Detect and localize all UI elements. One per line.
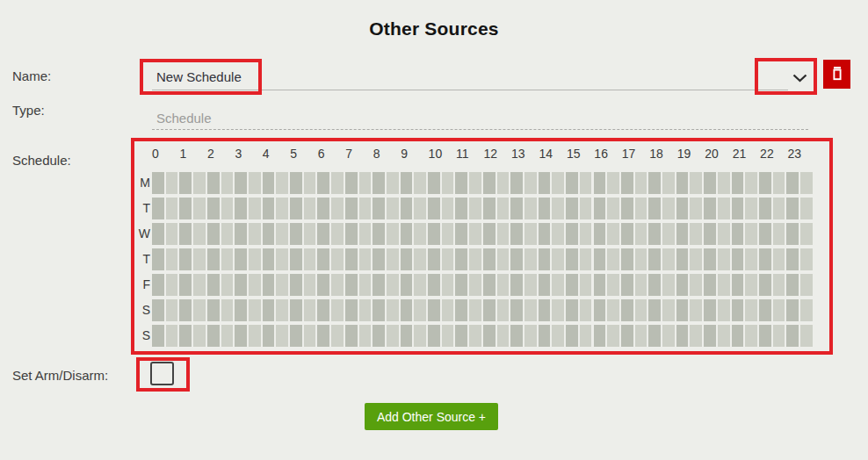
schedule-cell[interactable] bbox=[317, 223, 329, 245]
schedule-cell[interactable] bbox=[648, 172, 661, 194]
schedule-cell[interactable] bbox=[621, 325, 633, 347]
schedule-cell[interactable] bbox=[469, 325, 481, 347]
schedule-cell[interactable] bbox=[607, 325, 619, 347]
schedule-cell[interactable] bbox=[718, 172, 730, 194]
schedule-cell[interactable] bbox=[690, 274, 702, 296]
schedule-cell[interactable] bbox=[401, 223, 413, 245]
schedule-cell[interactable] bbox=[539, 172, 551, 194]
schedule-cell[interactable] bbox=[221, 325, 234, 347]
schedule-cell[interactable] bbox=[414, 223, 426, 245]
schedule-cell[interactable] bbox=[690, 172, 702, 194]
schedule-cell[interactable] bbox=[290, 198, 302, 219]
schedule-cell[interactable] bbox=[373, 299, 385, 321]
schedule-cell[interactable] bbox=[759, 325, 771, 347]
schedule-cell[interactable] bbox=[648, 223, 661, 245]
schedule-cell[interactable] bbox=[552, 223, 564, 245]
schedule-cell[interactable] bbox=[207, 274, 220, 296]
schedule-cell[interactable] bbox=[510, 274, 523, 296]
schedule-cell[interactable] bbox=[414, 299, 426, 321]
schedule-cell[interactable] bbox=[621, 172, 633, 194]
schedule-cell[interactable] bbox=[662, 198, 675, 219]
schedule-cell[interactable] bbox=[331, 172, 344, 194]
schedule-cell[interactable] bbox=[648, 248, 661, 270]
schedule-cell[interactable] bbox=[373, 198, 385, 219]
schedule-cell[interactable] bbox=[662, 248, 675, 270]
schedule-cell[interactable] bbox=[442, 198, 454, 219]
schedule-cell[interactable] bbox=[276, 299, 288, 321]
schedule-cell[interactable] bbox=[704, 198, 716, 219]
schedule-cell[interactable] bbox=[704, 172, 716, 194]
schedule-cell[interactable] bbox=[331, 299, 344, 321]
schedule-cell[interactable] bbox=[276, 172, 288, 194]
schedule-cell[interactable] bbox=[676, 274, 689, 296]
schedule-cell[interactable] bbox=[263, 198, 275, 219]
schedule-cell[interactable] bbox=[414, 198, 426, 219]
schedule-cell[interactable] bbox=[235, 223, 247, 245]
schedule-cell[interactable] bbox=[759, 198, 771, 219]
schedule-cell[interactable] bbox=[786, 274, 799, 296]
schedule-cell[interactable] bbox=[635, 248, 647, 270]
schedule-cell[interactable] bbox=[235, 274, 247, 296]
schedule-cell[interactable] bbox=[166, 325, 178, 347]
schedule-cell[interactable] bbox=[566, 325, 578, 347]
schedule-cell[interactable] bbox=[276, 248, 288, 270]
schedule-cell[interactable] bbox=[800, 223, 813, 245]
schedule-cell[interactable] bbox=[594, 198, 606, 219]
schedule-cell[interactable] bbox=[635, 172, 647, 194]
schedule-cell[interactable] bbox=[524, 172, 537, 194]
schedule-cell[interactable] bbox=[566, 172, 578, 194]
schedule-cell[interactable] bbox=[428, 172, 440, 194]
schedule-cell[interactable] bbox=[428, 299, 440, 321]
schedule-cell[interactable] bbox=[166, 248, 178, 270]
schedule-cell[interactable] bbox=[786, 325, 799, 347]
schedule-cell[interactable] bbox=[497, 274, 510, 296]
schedule-cell[interactable] bbox=[607, 172, 619, 194]
schedule-cell[interactable] bbox=[290, 223, 302, 245]
schedule-cell[interactable] bbox=[152, 172, 164, 194]
schedule-cell[interactable] bbox=[304, 223, 316, 245]
schedule-cell[interactable] bbox=[690, 223, 702, 245]
schedule-cell[interactable] bbox=[773, 248, 785, 270]
schedule-cell[interactable] bbox=[359, 274, 372, 296]
schedule-cell[interactable] bbox=[345, 299, 358, 321]
schedule-cell[interactable] bbox=[510, 172, 523, 194]
schedule-cell[interactable] bbox=[773, 325, 785, 347]
schedule-cell[interactable] bbox=[607, 223, 619, 245]
schedule-cell[interactable] bbox=[179, 172, 192, 194]
schedule-cell[interactable] bbox=[704, 274, 716, 296]
schedule-cell[interactable] bbox=[497, 325, 510, 347]
schedule-cell[interactable] bbox=[732, 274, 744, 296]
schedule-cell[interactable] bbox=[359, 172, 372, 194]
schedule-cell[interactable] bbox=[524, 274, 537, 296]
schedule-cell[interactable] bbox=[732, 299, 744, 321]
schedule-cell[interactable] bbox=[469, 274, 481, 296]
schedule-cell[interactable] bbox=[179, 248, 192, 270]
schedule-cell[interactable] bbox=[704, 325, 716, 347]
schedule-cell[interactable] bbox=[539, 325, 551, 347]
name-dropdown-toggle[interactable] bbox=[787, 67, 812, 86]
schedule-cell[interactable] bbox=[552, 274, 564, 296]
schedule-cell[interactable] bbox=[524, 198, 537, 219]
schedule-cell[interactable] bbox=[152, 274, 164, 296]
schedule-cell[interactable] bbox=[359, 198, 372, 219]
schedule-cell[interactable] bbox=[800, 325, 813, 347]
schedule-cell[interactable] bbox=[317, 325, 329, 347]
schedule-cell[interactable] bbox=[263, 223, 275, 245]
schedule-cell[interactable] bbox=[442, 274, 454, 296]
schedule-cell[interactable] bbox=[290, 248, 302, 270]
schedule-cell[interactable] bbox=[510, 325, 523, 347]
schedule-cell[interactable] bbox=[249, 198, 261, 219]
schedule-cell[interactable] bbox=[193, 172, 206, 194]
schedule-cell[interactable] bbox=[442, 325, 454, 347]
schedule-cell[interactable] bbox=[193, 223, 206, 245]
schedule-cell[interactable] bbox=[331, 223, 344, 245]
schedule-cell[interactable] bbox=[331, 248, 344, 270]
schedule-cell[interactable] bbox=[621, 223, 633, 245]
schedule-cell[interactable] bbox=[690, 325, 702, 347]
schedule-cell[interactable] bbox=[455, 274, 467, 296]
schedule-cell[interactable] bbox=[345, 274, 358, 296]
schedule-cell[interactable] bbox=[773, 274, 785, 296]
schedule-cell[interactable] bbox=[359, 223, 372, 245]
schedule-cell[interactable] bbox=[221, 299, 234, 321]
schedule-cell[interactable] bbox=[594, 325, 606, 347]
